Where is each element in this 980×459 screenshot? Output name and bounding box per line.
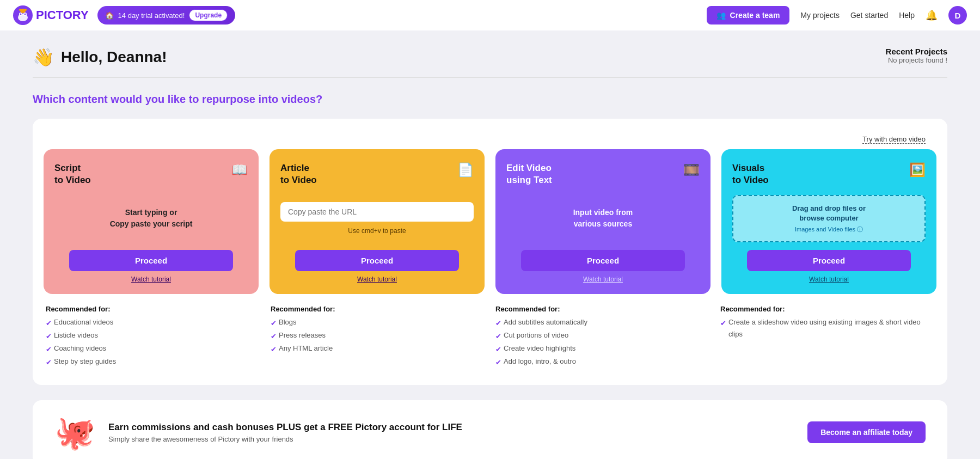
recommend-item: ✔Press releases (271, 329, 485, 342)
team-icon: 👥 (716, 11, 726, 20)
affiliate-subtitle: Simply share the awesomeness of Pictory … (108, 435, 794, 443)
edit-body-text: Input video fromvarious sources (573, 207, 633, 230)
article-card-icon: 📄 (457, 162, 474, 178)
edit-card-icon: 🎞️ (683, 162, 700, 178)
recommend-col-visuals: Recommended for: ✔Create a slideshow vid… (720, 305, 934, 369)
greeting-text: Hello, Deanna! (61, 48, 167, 66)
affiliate-button[interactable]: Become an affiliate today (807, 421, 926, 443)
check-icon: ✔ (495, 344, 501, 356)
main-content: 👋 Hello, Deanna! Recent Projects No proj… (0, 30, 980, 459)
edit-card-title: Edit Video using Text (506, 162, 552, 186)
recommend-item: ✔Create video highlights (495, 342, 709, 356)
script-watch-tutorial-link[interactable]: Watch tutorial (131, 276, 171, 283)
recommend-title-article: Recommended for: (271, 305, 485, 313)
article-proceed-button[interactable]: Proceed (295, 250, 460, 271)
affiliate-mascot-icon: 🐙 (54, 413, 95, 452)
recent-projects-empty: No projects found ! (886, 56, 947, 64)
get-started-link[interactable]: Get started (850, 11, 888, 20)
script-card-header: Script to Video 📖 (54, 162, 248, 186)
header-divider (33, 77, 947, 78)
edit-proceed-button[interactable]: Proceed (521, 250, 685, 271)
script-proceed-button[interactable]: Proceed (69, 250, 234, 271)
url-input[interactable] (280, 202, 474, 222)
check-icon: ✔ (495, 331, 501, 342)
check-icon: ✔ (46, 344, 52, 356)
svg-point-4 (20, 14, 22, 15)
upgrade-button[interactable]: Upgrade (189, 9, 228, 21)
article-card-body: Use cmd+v to paste (280, 195, 474, 242)
recommend-title-edit: Recommended for: (495, 305, 709, 313)
logo[interactable]: PICTORY (13, 5, 89, 25)
section-title: Which content would you like to repurpos… (33, 93, 947, 106)
cards-wrapper: Try with demo video Script to Video 📖 St… (33, 119, 947, 385)
svg-point-8 (24, 9, 27, 11)
script-to-video-card: Script to Video 📖 Start typing orCopy pa… (44, 149, 259, 294)
recent-projects-title: Recent Projects (886, 47, 947, 56)
paste-hint: Use cmd+v to paste (348, 227, 406, 235)
script-body-text: Start typing orCopy paste your script (110, 207, 193, 230)
nav-right: 👥 Create a team My projects Get started … (707, 6, 967, 25)
recommend-title-script: Recommended for: (46, 305, 260, 313)
recommend-item: ✔Educational videos (46, 316, 260, 329)
article-watch-tutorial-link[interactable]: Watch tutorial (357, 276, 397, 283)
logo-icon (13, 5, 33, 25)
affiliate-title: Earn commissions and cash bonuses PLUS g… (108, 422, 794, 433)
upload-dropzone[interactable]: Drag and drop files orbrowse computer Im… (732, 195, 926, 242)
article-to-video-card: Article to Video 📄 Use cmd+v to paste Pr… (270, 149, 485, 294)
visuals-card-icon: 🖼️ (909, 162, 926, 178)
recommend-item: ✔Step by step guides (46, 356, 260, 369)
check-icon: ✔ (46, 331, 52, 342)
check-icon: ✔ (271, 317, 277, 329)
edit-watch-tutorial-link[interactable]: Watch tutorial (583, 276, 623, 283)
recommend-item: ✔Add logo, intro, & outro (495, 356, 709, 369)
affiliate-text: Earn commissions and cash bonuses PLUS g… (108, 422, 794, 443)
check-icon: ✔ (495, 357, 501, 369)
edit-card-body: Input video fromvarious sources (506, 195, 700, 242)
my-projects-link[interactable]: My projects (800, 11, 840, 20)
visuals-to-video-card: Visuals to Video 🖼️ Drag and drop files … (721, 149, 936, 294)
recommend-col-article: Recommended for: ✔Blogs ✔Press releases … (271, 305, 485, 369)
recommend-item: ✔Listicle videos (46, 329, 260, 342)
visuals-card-header: Visuals to Video 🖼️ (732, 162, 926, 186)
cards-row: Script to Video 📖 Start typing orCopy pa… (44, 149, 936, 294)
header-row: 👋 Hello, Deanna! Recent Projects No proj… (33, 47, 947, 68)
greeting-emoji: 👋 (33, 47, 54, 68)
notification-bell-icon[interactable]: 🔔 (926, 9, 938, 21)
recommend-title-visuals: Recommended for: (720, 305, 934, 313)
recommend-col-script: Recommended for: ✔Educational videos ✔Li… (46, 305, 260, 369)
trial-badge: 🏠 14 day trial activated! Upgrade (97, 6, 236, 25)
recommend-item: ✔Blogs (271, 316, 485, 329)
recommend-item: ✔Add subtitles automatically (495, 316, 709, 329)
edit-card-header: Edit Video using Text 🎞️ (506, 162, 700, 186)
greeting: 👋 Hello, Deanna! (33, 47, 167, 68)
visuals-card-body: Drag and drop files orbrowse computer Im… (732, 195, 926, 242)
script-card-body: Start typing orCopy paste your script (54, 195, 248, 242)
avatar[interactable]: D (948, 6, 967, 25)
recommend-item: ✔Coaching videos (46, 342, 260, 356)
check-icon: ✔ (271, 331, 277, 342)
recommend-col-edit: Recommended for: ✔Add subtitles automati… (495, 305, 709, 369)
recent-projects: Recent Projects No projects found ! (886, 47, 947, 64)
url-input-wrapper (280, 202, 474, 222)
recommend-item: ✔Cut portions of video (495, 329, 709, 342)
svg-point-5 (24, 14, 26, 15)
demo-link-row: Try with demo video (44, 135, 936, 144)
visuals-proceed-button[interactable]: Proceed (747, 250, 911, 271)
check-icon: ✔ (46, 317, 52, 329)
upload-main-text: Drag and drop files orbrowse computer (740, 204, 918, 223)
create-team-button[interactable]: 👥 Create a team (707, 6, 790, 25)
affiliate-banner: 🐙 Earn commissions and cash bonuses PLUS… (33, 400, 947, 459)
article-card-title: Article to Video (280, 162, 317, 186)
visuals-watch-tutorial-link[interactable]: Watch tutorial (809, 276, 849, 283)
home-icon: 🏠 (105, 11, 114, 20)
upload-sub-text: Images and Video files ⓘ (740, 225, 918, 234)
logo-text: PICTORY (36, 8, 89, 22)
recommend-item: ✔Any HTML article (271, 342, 485, 356)
visuals-card-title: Visuals to Video (732, 162, 769, 186)
check-icon: ✔ (271, 344, 277, 356)
recommend-row: Recommended for: ✔Educational videos ✔Li… (44, 305, 936, 369)
svg-point-7 (19, 9, 21, 11)
edit-video-card: Edit Video using Text 🎞️ Input video fro… (495, 149, 710, 294)
help-link[interactable]: Help (899, 11, 915, 20)
demo-video-link[interactable]: Try with demo video (862, 135, 926, 144)
